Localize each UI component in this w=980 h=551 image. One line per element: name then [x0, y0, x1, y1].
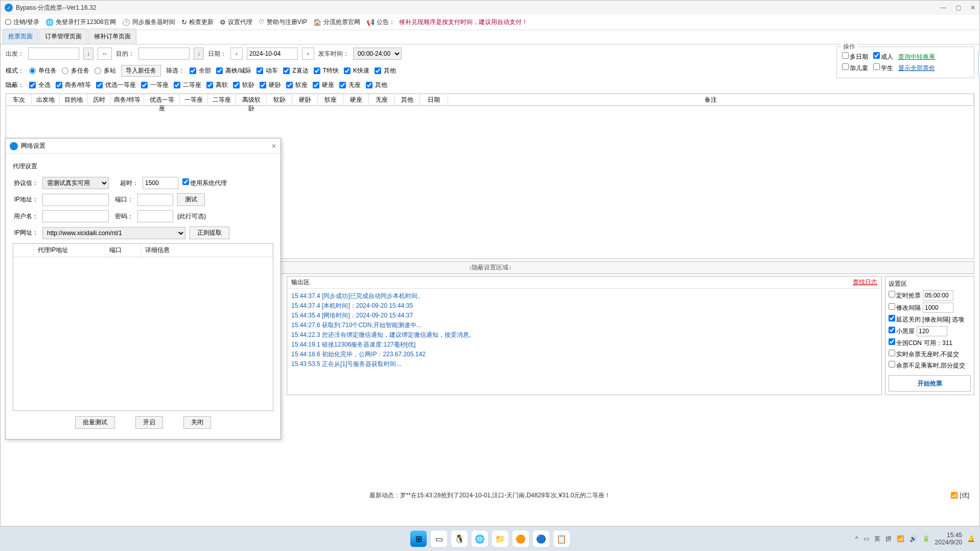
- port-input[interactable]: [137, 194, 173, 206]
- set-blackroom-val[interactable]: [917, 326, 947, 336]
- app7-icon[interactable]: 📋: [553, 531, 570, 547]
- tray-desktop-icon[interactable]: ▭: [864, 535, 869, 542]
- col-date: 日期: [420, 94, 448, 105]
- hide-pref1[interactable]: 优选一等座: [96, 81, 136, 89]
- tab-orders[interactable]: 订单管理页面: [39, 29, 87, 44]
- hide-ruanzuo[interactable]: 软座: [286, 81, 308, 89]
- explorer-icon[interactable]: 📁: [492, 531, 508, 547]
- filter-gaotie[interactable]: 高铁/城际: [216, 66, 251, 75]
- hide-all[interactable]: 全选: [29, 81, 51, 89]
- menu-open12306[interactable]: 🌐免登录打开12306官网: [45, 18, 115, 27]
- from-input[interactable]: [28, 48, 79, 60]
- bypass-taskbar-icon[interactable]: 🔵: [533, 531, 549, 547]
- batch-test-button[interactable]: 批量测试: [75, 416, 115, 429]
- start-grab-button[interactable]: 开始抢票: [889, 375, 971, 392]
- menu-checkupdate[interactable]: ↻检查更新: [181, 18, 214, 27]
- filter-t[interactable]: T特快: [314, 66, 339, 75]
- menu-setproxy[interactable]: ⚙设置代理: [220, 18, 252, 27]
- ops-child[interactable]: 加儿童: [842, 63, 868, 73]
- tab-waitlist[interactable]: 候补订单页面: [88, 29, 136, 44]
- to-dropdown[interactable]: ↓: [194, 48, 204, 60]
- to-input[interactable]: [138, 48, 190, 60]
- minimize-button[interactable]: —: [940, 4, 946, 11]
- timeout-input[interactable]: [143, 177, 178, 189]
- tab-grab[interactable]: 抢票页面: [3, 29, 38, 44]
- hide-gaoruan[interactable]: 高软: [206, 81, 228, 89]
- mode-multistation[interactable]: 多站: [95, 66, 116, 75]
- settings-box: 设置区 定时抢票 修改间隔 延迟关闭 [修改间隔] 选项 小黑屋 全国CDN可用…: [885, 276, 974, 395]
- regex-extract-button[interactable]: 正则提取: [190, 226, 229, 239]
- time-select[interactable]: 00:00-24:00: [353, 48, 402, 60]
- hide-yingzuo[interactable]: 硬座: [313, 81, 334, 89]
- import-task-button[interactable]: 导入新任务: [121, 65, 161, 77]
- query-button[interactable]: 查询车票: [978, 51, 980, 77]
- menu-official[interactable]: 🏠分流抢票官网: [313, 18, 360, 27]
- tray-clock[interactable]: 15:45 2024/9/20: [935, 532, 962, 546]
- tray-chevron-icon[interactable]: ^: [855, 535, 858, 542]
- tray-wifi-icon[interactable]: 📶: [897, 535, 904, 542]
- start-button[interactable]: ⊞: [410, 531, 427, 547]
- dialog-close-button[interactable]: ✕: [271, 143, 276, 150]
- set-partial[interactable]: 余票不足乘客时,部分提交: [889, 361, 965, 370]
- tray-battery-icon[interactable]: 🔋: [922, 535, 930, 542]
- set-cdn[interactable]: 全国CDN: [889, 338, 922, 348]
- tray-lang2[interactable]: 拼: [885, 535, 892, 543]
- set-timed-val[interactable]: [923, 290, 953, 301]
- close-button[interactable]: ✕: [970, 4, 975, 11]
- hide-2nd[interactable]: 二等座: [174, 81, 201, 89]
- maximize-button[interactable]: ▢: [955, 4, 961, 11]
- filter-other[interactable]: 其他: [375, 66, 396, 75]
- filter-dongche[interactable]: 动车: [256, 66, 278, 75]
- test-button[interactable]: 测试: [177, 193, 205, 206]
- proto-select[interactable]: 需测试真实可用: [42, 177, 109, 189]
- taskview-icon[interactable]: ▭: [431, 531, 447, 547]
- pwd-input[interactable]: [137, 210, 173, 222]
- ops-transfer-link[interactable]: 查询中转换乘: [898, 53, 935, 61]
- menu-synctime[interactable]: 🕐同步服务器时间: [122, 18, 175, 27]
- disable-button[interactable]: 关闭: [183, 416, 211, 429]
- hide-other[interactable]: 其他: [366, 81, 387, 89]
- hide-wuzuo[interactable]: 无座: [339, 81, 361, 89]
- filter-all[interactable]: 全部: [190, 66, 211, 75]
- col-2nd: 二等座: [208, 94, 236, 105]
- date-prev[interactable]: ‹: [230, 48, 243, 60]
- from-dropdown[interactable]: ↓: [83, 48, 94, 60]
- set-cdn-avail: 可用：311: [924, 339, 952, 348]
- ip-input[interactable]: [42, 194, 109, 206]
- filter-z[interactable]: Z直达: [283, 66, 308, 75]
- hide-1st[interactable]: 一等座: [141, 81, 169, 89]
- ops-adult[interactable]: 成人: [873, 52, 893, 61]
- url-select[interactable]: http://www.xicidaili.com/nt/1: [42, 227, 185, 239]
- menu-vip[interactable]: ♡赞助与注册VIP: [259, 18, 307, 27]
- set-noseat[interactable]: 实时余票无座时,不提交: [889, 350, 959, 359]
- date-next[interactable]: ›: [302, 48, 314, 60]
- hide-yingwo[interactable]: 硬卧: [260, 81, 281, 89]
- hide-ruanwo[interactable]: 软卧: [233, 81, 254, 89]
- hide-business[interactable]: 商务/特等: [56, 81, 91, 89]
- date-input[interactable]: [247, 48, 298, 60]
- app5-icon[interactable]: 🟠: [512, 531, 529, 547]
- set-interval-val[interactable]: [923, 303, 953, 313]
- tray-notification-icon[interactable]: 🔔: [967, 535, 975, 542]
- mode-single[interactable]: 单任务: [29, 66, 57, 75]
- ops-student[interactable]: 学生: [873, 63, 893, 73]
- set-timed[interactable]: 定时抢票: [889, 291, 921, 300]
- edge-icon[interactable]: 🌐: [472, 531, 488, 547]
- filter-k[interactable]: K快速: [344, 66, 369, 75]
- user-input[interactable]: [42, 210, 109, 222]
- set-delay[interactable]: 延迟关闭 [修改间隔] 选项: [889, 315, 964, 324]
- tray-lang1[interactable]: 英: [874, 535, 880, 543]
- qq-icon[interactable]: 🐧: [451, 531, 468, 547]
- ops-multidate[interactable]: 多日期: [842, 52, 868, 61]
- view-log-link[interactable]: 查找日志: [853, 278, 877, 287]
- enable-button[interactable]: 开启: [135, 416, 163, 429]
- ops-showall-link[interactable]: 显示全部票价: [898, 64, 935, 73]
- menu-login[interactable]: 🖵注销/登录: [5, 18, 39, 27]
- use-sys-proxy[interactable]: 使用系统代理: [182, 178, 227, 188]
- set-blackroom[interactable]: 小黑屋: [889, 327, 915, 336]
- log-line: 15:44:18.6 初始化完毕，公网IP：223.67.205.142: [291, 350, 877, 359]
- swap-button[interactable]: ↔: [98, 48, 112, 60]
- set-interval[interactable]: 修改间隔: [889, 303, 921, 312]
- mode-multi[interactable]: 多任务: [62, 66, 89, 75]
- tray-volume-icon[interactable]: 🔊: [909, 535, 917, 542]
